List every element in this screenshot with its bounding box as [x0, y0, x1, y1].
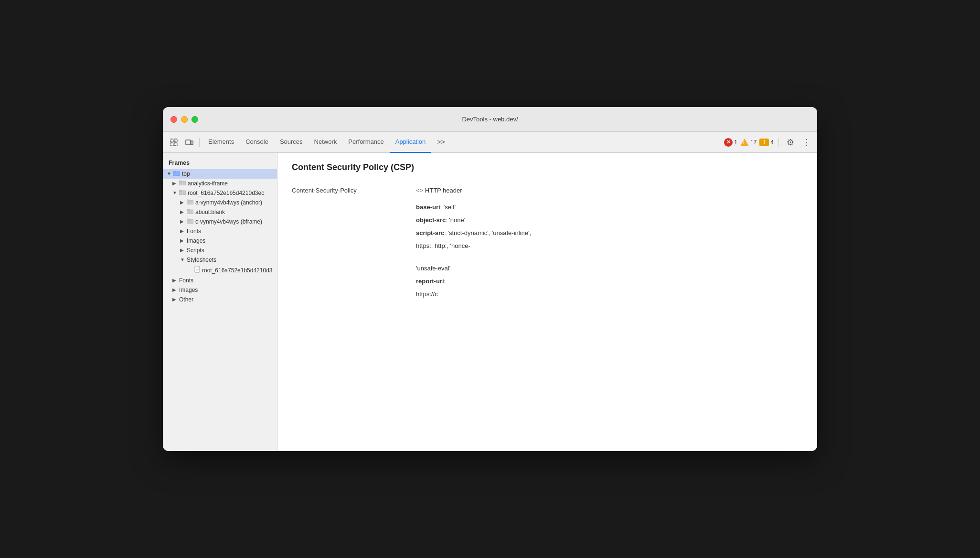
toolbar: Elements Console Sources Network Perform… [163, 132, 817, 153]
tree-label-top: top [182, 171, 190, 177]
folder-icon-bframe [187, 218, 193, 225]
tree-label-images-top: Images [179, 287, 198, 293]
tree-item-root616[interactable]: root_616a752e1b5d4210d3ec [163, 188, 277, 198]
svg-rect-15 [187, 209, 190, 211]
info-badge[interactable]: ! 4 [759, 139, 774, 146]
csp-key-unsafe-eval [292, 265, 416, 272]
csp-table: Content-Security-Policy <> HTTP header b… [292, 184, 803, 300]
warning-badge[interactable]: ! 17 [740, 139, 756, 146]
csp-row-https: https:, http:, 'nonce- [292, 239, 803, 252]
svg-rect-7 [173, 171, 176, 172]
tab-performance[interactable]: Performance [342, 132, 389, 153]
csp-title: Content Security Policy (CSP) [292, 162, 803, 172]
arrow-other-top [172, 297, 178, 302]
csp-key-object-src [292, 216, 416, 224]
arrow-images-top [172, 287, 178, 293]
csp-key-empty [292, 255, 416, 259]
tree-label-bframe: c-vynmy4vb4wys (bframe) [195, 218, 262, 225]
csp-row-report-uri-val: https://c [292, 288, 803, 300]
csp-row-report-uri: report-uri: [292, 275, 803, 288]
folder-icon-anchor [187, 199, 193, 206]
tree-item-images-sub[interactable]: Images [163, 236, 277, 246]
more-options-icon[interactable]: ⋮ [800, 136, 813, 149]
tree-item-analytics-iframe[interactable]: analytics-iframe [163, 179, 277, 188]
error-badge[interactable]: ✕ 1 [724, 138, 737, 147]
tree-item-stylesheet-file[interactable]: root_616a752e1b5d4210d3 [163, 265, 277, 276]
window-title: DevTools - web.dev/ [462, 116, 518, 123]
tab-network[interactable]: Network [309, 132, 343, 153]
arrow-root616 [172, 190, 178, 196]
arrow-bframe [180, 219, 186, 225]
maximize-button[interactable] [192, 116, 198, 123]
tree-item-anchor[interactable]: a-vynmy4vb4wys (anchor) [163, 198, 277, 207]
tree-item-other-top[interactable]: Other [163, 295, 277, 304]
csp-value-script-src: script-src: 'strict-dynamic', 'unsafe-in… [416, 229, 803, 236]
toolbar-divider-2 [778, 138, 779, 147]
tree-label-scripts-sub: Scripts [187, 247, 204, 254]
svg-rect-5 [191, 141, 193, 145]
csp-value-https: https:, http:, 'nonce- [416, 242, 803, 249]
csp-key-header: Content-Security-Policy [292, 187, 416, 194]
csp-row-header: Content-Security-Policy <> HTTP header [292, 184, 803, 197]
tree-item-top[interactable]: top [163, 169, 277, 179]
csp-key-report-uri [292, 278, 416, 285]
tree-item-bframe[interactable]: c-vynmy4vb4wys (bframe) [163, 217, 277, 226]
close-button[interactable] [170, 116, 177, 123]
csp-value-empty [416, 255, 803, 259]
csp-value-report-uri: report-uri: [416, 278, 803, 285]
info-icon: ! [759, 139, 769, 146]
tree-label-root616: root_616a752e1b5d4210d3ec [188, 190, 264, 196]
arrow-scripts-sub [180, 247, 186, 253]
detail-panel: Content Security Policy (CSP) Content-Se… [277, 153, 817, 451]
svg-rect-17 [187, 219, 190, 220]
tab-elements[interactable]: Elements [202, 132, 240, 153]
svg-rect-2 [170, 143, 173, 146]
svg-rect-3 [174, 143, 177, 146]
tree-item-about-blank[interactable]: about:blank [163, 207, 277, 217]
arrow-anchor [180, 200, 186, 205]
arrow-stylesheets-sub [180, 257, 186, 263]
svg-rect-9 [179, 181, 182, 182]
csp-key-report-uri-val [292, 290, 416, 298]
svg-rect-0 [170, 139, 173, 142]
tree-label-other-top: Other [179, 296, 193, 303]
error-icon: ✕ [724, 138, 733, 147]
folder-icon-root616 [179, 190, 186, 196]
csp-row-unsafe-eval: 'unsafe-eval' [292, 262, 803, 275]
tab-navigation: Elements Console Sources Network Perform… [202, 132, 723, 152]
arrow-fonts-top [172, 278, 178, 283]
tree-item-fonts-sub[interactable]: Fonts [163, 226, 277, 236]
csp-value-unsafe-eval: 'unsafe-eval' [416, 265, 803, 272]
tree-item-images-top[interactable]: Images [163, 285, 277, 295]
folder-icon-about-blank [187, 209, 193, 215]
device-toggle-icon[interactable] [182, 135, 196, 150]
tree-item-scripts-sub[interactable]: Scripts [163, 246, 277, 255]
more-tabs-button[interactable]: >> [431, 132, 450, 153]
csp-value-report-uri-val: https://c [416, 290, 803, 298]
csp-row-object-src: object-src: 'none' [292, 214, 803, 226]
tree-label-stylesheets-sub: Stylesheets [187, 257, 216, 263]
csp-row-script-src: script-src: 'strict-dynamic', 'unsafe-in… [292, 226, 803, 239]
file-icon-stylesheet [194, 266, 200, 274]
tab-sources[interactable]: Sources [274, 132, 309, 153]
csp-key-script-src [292, 229, 416, 236]
select-element-icon[interactable] [167, 135, 181, 150]
tree-label-fonts-sub: Fonts [187, 228, 201, 235]
csp-key-https [292, 242, 416, 249]
tree-item-fonts-top[interactable]: Fonts [163, 276, 277, 285]
svg-rect-4 [186, 140, 191, 145]
tab-application[interactable]: Application [390, 132, 432, 153]
folder-icon-analytics [179, 180, 186, 187]
arrow-about-blank [180, 209, 186, 215]
minimize-button[interactable] [181, 116, 188, 123]
csp-row-base-uri: base-uri: 'self' [292, 201, 803, 214]
tree-item-stylesheets-sub[interactable]: Stylesheets [163, 255, 277, 265]
csp-value-object-src: object-src: 'none' [416, 216, 803, 224]
tree-label-about-blank: about:blank [195, 209, 225, 215]
tree-label-stylesheet-file: root_616a752e1b5d4210d3 [202, 267, 272, 274]
tree-label-fonts-top: Fonts [179, 277, 193, 284]
traffic-lights [170, 116, 198, 123]
settings-gear-icon[interactable]: ⚙ [784, 136, 797, 149]
tab-console[interactable]: Console [240, 132, 274, 153]
arrow-fonts-sub [180, 228, 186, 234]
